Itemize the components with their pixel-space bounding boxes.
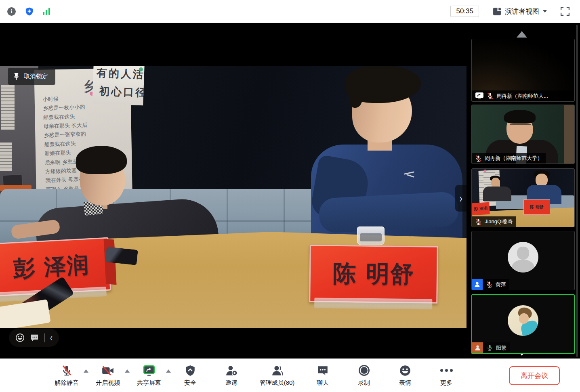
view-mode-selector[interactable]: 演讲者视图 <box>493 7 547 16</box>
muted-mic-icon <box>487 92 494 99</box>
avatar-badge-icon <box>472 279 483 290</box>
nameplate-right-text: 陈 明舒 <box>332 258 414 290</box>
share-options-caret[interactable] <box>166 369 171 373</box>
invite-label: 邀请 <box>225 379 237 387</box>
scene-calligraphy-banner: 有的人活 初心口径 <box>92 66 144 105</box>
participant-tile-5[interactable]: 阳繁 <box>471 294 575 354</box>
participant-4-name: 黄萍 <box>496 281 506 288</box>
participant-5-avatar <box>508 305 538 336</box>
security-label: 安全 <box>184 379 196 387</box>
share-screen-label: 共享屏幕 <box>137 379 161 387</box>
muted-mic-icon <box>475 155 482 162</box>
invite-button[interactable]: 邀请 <box>216 365 246 387</box>
scene-small-poster <box>1 85 15 130</box>
collapse-pill-icon[interactable]: ‹ <box>50 333 53 343</box>
participant-2-labelbar: 周再新（湖南师范大学） <box>472 153 546 164</box>
meeting-info-icon[interactable]: i <box>7 7 16 16</box>
invite-person-icon <box>225 365 237 376</box>
chat-label: 聊天 <box>317 379 329 387</box>
network-signal-icon[interactable] <box>43 8 50 15</box>
emoji-icon[interactable] <box>15 333 25 342</box>
unmute-button[interactable]: 解除静音 <box>52 365 82 387</box>
avatar-badge-icon <box>472 342 483 353</box>
start-video-label: 开启视频 <box>96 379 120 387</box>
manage-members-label: 管理成员(80) <box>260 379 295 387</box>
meeting-window: i 50:35 演讲者视图 <box>0 0 580 392</box>
top-bar-status-icons: i <box>7 7 50 16</box>
manage-members-button[interactable]: 管理成员(80) <box>258 365 296 387</box>
members-icon <box>271 365 283 376</box>
nameplate-right: 陈 明舒 <box>309 239 438 309</box>
participant-2-name: 周再新（湖南师范大学） <box>485 155 542 162</box>
pin-icon <box>13 73 20 80</box>
main-video-feed: 乡愁 小时候 乡愁是一枚小小的 邮票我在这头 母亲在那头 长大后 乡愁是一张窄窄… <box>0 66 467 328</box>
bottom-toolbar: 解除静音 开启视频 共 <box>0 358 580 392</box>
participant-3-name: JiangQi姜奇 <box>485 218 513 225</box>
muted-mic-icon <box>475 218 482 225</box>
participants-sidebar: 周再新（湖南师范大... <box>467 23 580 358</box>
speaker-view-icon <box>493 7 501 16</box>
scroll-up-arrow-icon[interactable] <box>517 31 527 38</box>
security-shield-icon[interactable] <box>25 7 34 16</box>
participant-1-labelbar: 周再新（湖南师范大... <box>472 90 574 101</box>
participant-5-name: 阳繁 <box>496 344 506 352</box>
security-button[interactable]: 安全 <box>175 365 205 387</box>
share-screen-button[interactable]: 共享屏幕 <box>134 365 164 387</box>
chat-bubble-icon[interactable] <box>30 333 39 342</box>
video-options-caret[interactable] <box>125 369 130 373</box>
unmute-label: 解除静音 <box>55 379 79 387</box>
more-button[interactable]: 更多 <box>431 365 461 387</box>
participant-tile-2[interactable]: 周再新（湖南师范大学） <box>471 105 575 164</box>
participant-tile-4[interactable]: 黄萍 <box>471 231 575 290</box>
reactions-button[interactable]: 表情 <box>390 365 420 387</box>
meeting-content: 乡愁 小时候 乡愁是一枚小小的 邮票我在这头 母亲在那头 长大后 乡愁是一张窄窄… <box>0 23 580 358</box>
active-mic-icon <box>486 344 493 351</box>
camera-off-icon <box>102 366 114 375</box>
smiley-icon <box>399 365 411 376</box>
pill-divider <box>44 333 45 342</box>
screen-share-icon <box>475 92 484 100</box>
scene-small-poster <box>0 143 12 171</box>
participant-5-labelbar: 阳繁 <box>483 342 510 353</box>
scene-phone <box>105 247 138 265</box>
fullscreen-icon[interactable] <box>561 7 569 16</box>
participant-1-name: 周再新（湖南师范大... <box>496 92 548 100</box>
share-screen-icon <box>143 365 156 376</box>
leave-meeting-button[interactable]: 离开会议 <box>509 366 560 385</box>
participant-tile-3[interactable]: 彭 泽润 陈 明舒 JiangQi姜奇 <box>471 168 575 227</box>
top-bar: i 50:35 演讲者视图 <box>0 0 580 23</box>
main-video-stage[interactable]: 乡愁 小时候 乡愁是一枚小小的 邮票我在这头 母亲在那头 长大后 乡愁是一张窄窄… <box>0 23 467 358</box>
unpin-chip[interactable]: 取消锁定 <box>8 68 55 85</box>
nameplate-left-text: 彭 泽润 <box>13 250 90 284</box>
meeting-timer: 50:35 <box>450 6 479 17</box>
chat-icon <box>317 365 328 376</box>
top-bar-controls: 50:35 演讲者视图 <box>450 6 569 17</box>
more-label: 更多 <box>440 379 452 387</box>
chevron-down-icon <box>543 10 547 13</box>
chat-button[interactable]: 聊天 <box>308 365 338 387</box>
more-dots-icon <box>440 369 453 372</box>
muted-mic-icon <box>61 365 72 376</box>
participant-4-labelbar: 黄萍 <box>483 279 509 290</box>
participant-tile-1[interactable]: 周再新（湖南师范大... <box>471 39 575 102</box>
view-mode-label: 演讲者视图 <box>505 7 539 16</box>
participant-3-labelbar: JiangQi姜奇 <box>472 216 516 227</box>
record-button[interactable]: 录制 <box>349 365 379 387</box>
start-video-button[interactable]: 开启视频 <box>93 365 123 387</box>
record-icon <box>359 365 370 376</box>
reactions-label: 表情 <box>399 379 411 387</box>
sidebar-scrollbar[interactable] <box>576 25 578 357</box>
record-label: 录制 <box>358 379 370 387</box>
mic-options-caret[interactable] <box>84 369 88 373</box>
unpin-label: 取消锁定 <box>24 73 48 80</box>
participant-4-avatar <box>508 242 538 273</box>
security-icon <box>185 365 195 376</box>
sidebar-collapse-handle[interactable]: › <box>455 185 467 212</box>
muted-mic-icon <box>486 281 493 288</box>
reaction-pill: ‹ <box>9 329 59 347</box>
